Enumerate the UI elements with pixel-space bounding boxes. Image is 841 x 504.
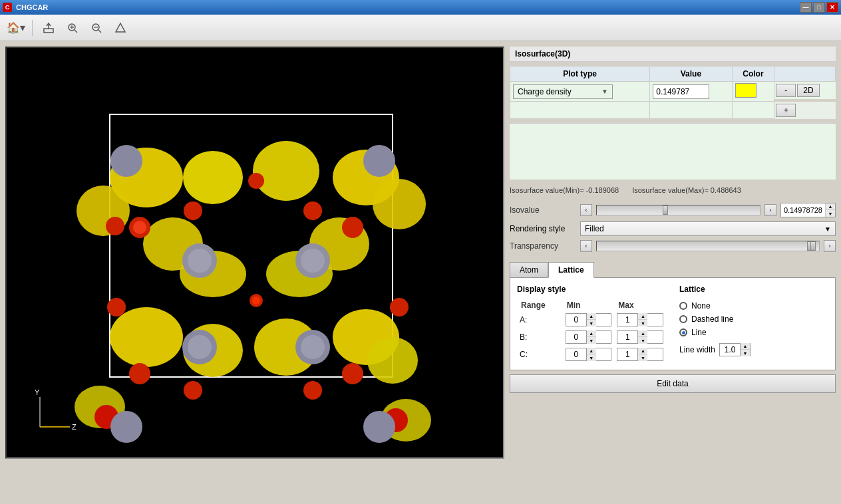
b-max-input[interactable] [617,332,637,342]
edit-data-button[interactable]: Edit data [510,374,836,393]
isovalue-up[interactable]: ▲ [826,203,835,210]
rendering-label: Rendering style [510,224,576,233]
svg-point-44 [188,249,212,273]
transparency-left-arrow[interactable]: ‹ [580,240,592,252]
rendering-value: Filled [585,224,604,233]
lattice-none-label: None [691,301,711,311]
color-swatch[interactable] [735,83,757,98]
a-min-spinbox[interactable]: ▲ ▼ [566,313,612,326]
minus-button[interactable]: - [776,84,796,97]
export-button[interactable] [38,18,59,38]
svg-point-37 [184,381,202,400]
atom-tab[interactable]: Atom [510,262,548,277]
title-bar-controls[interactable]: — □ ✕ [800,2,838,13]
c-max-spinbox[interactable]: ▲ ▼ [617,348,663,361]
a-max-spinbox[interactable]: ▲ ▼ [617,313,663,326]
zoom-out-button[interactable] [86,18,107,38]
zoom-in-button[interactable] [62,18,83,38]
c-min-input[interactable] [566,350,586,359]
toolbar: 🏠▾ [0,15,841,41]
lattice-none-row[interactable]: None [679,299,828,313]
b-min-input[interactable] [566,332,586,342]
isovalue-label: Isovalue [510,205,576,215]
linewidth-up[interactable]: ▲ [741,343,750,350]
c-max-up[interactable]: ▲ [638,348,647,354]
linewidth-down[interactable]: ▼ [741,350,750,356]
maximize-button[interactable]: □ [813,2,825,13]
col-value: Value [650,66,733,82]
transparency-row: Transparency ‹ › [510,238,836,254]
plot-type-dropdown[interactable]: Charge density ▼ [513,84,613,99]
svg-point-40 [106,217,124,235]
viewport[interactable]: Y Z [5,47,504,459]
reset-view-button[interactable] [110,18,131,38]
lattice-none-radio[interactable] [679,302,687,310]
minimize-button[interactable]: — [800,2,812,13]
isovalue-slider[interactable] [596,205,760,215]
b-min-spinbox[interactable]: ▲ ▼ [566,330,612,344]
a-min-down[interactable]: ▼ [587,320,596,326]
svg-point-39 [303,381,322,400]
linewidth-label: Line width [679,345,715,354]
plot-type-value: Charge density [518,87,572,96]
a-max-arrows: ▲ ▼ [637,313,647,326]
home-button[interactable]: 🏠▾ [5,18,27,38]
c-min-up[interactable]: ▲ [587,348,596,354]
col-color: Color [732,66,774,82]
linewidth-arrows: ▲ ▼ [740,343,750,356]
isovalue-down[interactable]: ▼ [826,210,835,217]
transparency-label: Transparency [510,241,576,251]
rendering-row: Rendering style Filled ▼ [510,219,836,238]
svg-text:Z: Z [72,423,77,431]
isovalue-right-arrow[interactable]: › [764,204,776,216]
a-min-input[interactable] [566,315,586,324]
transparency-slider[interactable] [596,241,820,251]
tab-columns: Display style Range Min Max [517,285,828,363]
b-max-up[interactable]: ▲ [638,330,647,337]
c-max-input[interactable] [617,350,637,359]
b-min-up[interactable]: ▲ [587,330,596,337]
lattice-dashed-row[interactable]: Dashed line [679,313,828,326]
c-min-down[interactable]: ▼ [587,354,596,361]
plus-button[interactable]: + [776,104,796,117]
a-max-input[interactable] [617,315,637,324]
b-max-spinbox[interactable]: ▲ ▼ [617,330,663,344]
lattice-col: Lattice None Dashed line Line [679,285,828,363]
b-max-down[interactable]: ▼ [638,337,647,344]
isovalue-spinbox[interactable]: 0.14978728 ▲ ▼ [780,203,836,217]
svg-text:Y: Y [35,388,40,396]
lattice-line-radio[interactable] [679,328,687,336]
a-min-up[interactable]: ▲ [587,313,596,320]
a-min-arrows: ▲ ▼ [586,313,596,326]
isovalue-input[interactable] [653,84,709,99]
2d-button[interactable]: 2D [797,84,819,97]
range-table: Range Min Max A: [517,299,666,363]
lattice-line-row[interactable]: Line [679,326,828,339]
b-max-arrows: ▲ ▼ [637,330,647,344]
rendering-select[interactable]: Filled ▼ [580,221,836,236]
isovalue-left-arrow[interactable]: ‹ [580,204,592,216]
close-button[interactable]: ✕ [826,2,838,13]
linewidth-spinbox[interactable]: ▲ ▼ [719,343,751,356]
transparency-right-arrow[interactable]: › [824,240,836,252]
b-min-down[interactable]: ▼ [587,337,596,344]
svg-point-35 [390,298,409,316]
lattice-dashed-label: Dashed line [691,315,733,324]
molecular-visualization: Y Z [7,48,503,457]
isovalue-display: 0.14978728 [781,205,825,215]
svg-point-57 [248,173,264,189]
green-area [510,123,836,180]
c-min-spinbox[interactable]: ▲ ▼ [566,348,612,361]
toolbar-separator [32,20,33,36]
linewidth-input[interactable] [720,345,740,354]
a-max-up[interactable]: ▲ [638,313,647,320]
a-max-down[interactable]: ▼ [638,320,647,326]
lattice-dashed-radio[interactable] [679,315,687,323]
svg-point-14 [253,141,319,201]
b-min-arrows: ▲ ▼ [586,330,596,344]
c-max-down[interactable]: ▼ [638,354,647,361]
range-row-b: B: ▲ ▼ [517,328,666,346]
svg-point-52 [363,145,395,177]
lattice-tab[interactable]: Lattice [548,262,594,278]
isovalue-min: Isosurface value(Min)= -0.189068 [510,186,619,194]
